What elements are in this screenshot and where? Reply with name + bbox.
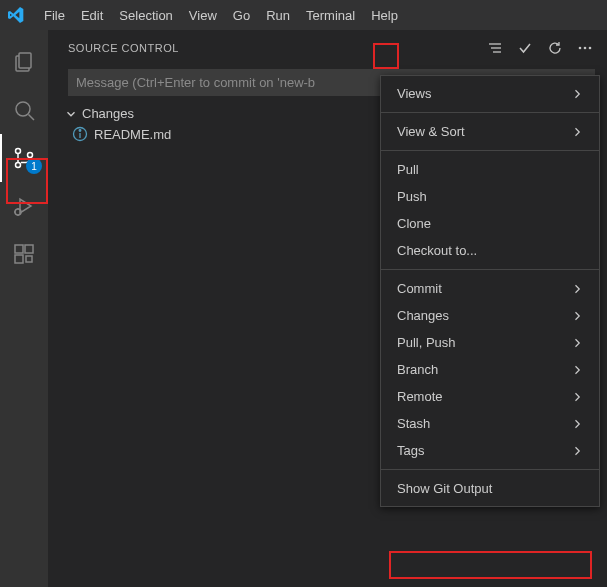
svg-point-19 [79,130,81,132]
ctx-views[interactable]: Views [381,80,599,107]
svg-point-4 [16,163,21,168]
ctx-changes-label: Changes [397,308,449,323]
chevron-right-icon [571,391,583,403]
ctx-views-label: Views [397,86,431,101]
panel-title: SOURCE CONTROL [68,42,179,54]
chevron-right-icon [571,283,583,295]
chevron-down-icon [64,107,78,121]
file-name: README.md [94,127,171,142]
ctx-changes[interactable]: Changes [381,302,599,329]
svg-rect-9 [15,255,23,263]
ctx-push-label: Push [397,189,427,204]
menu-help[interactable]: Help [363,4,406,27]
file-info-icon [72,126,88,142]
ctx-stash[interactable]: Stash [381,410,599,437]
ctx-view-sort-label: View & Sort [397,124,465,139]
svg-point-16 [589,46,592,49]
debug-icon [12,194,36,218]
vscode-logo-icon [8,7,24,23]
menu-edit[interactable]: Edit [73,4,111,27]
menu-terminal[interactable]: Terminal [298,4,363,27]
ctx-clone-label: Clone [397,216,431,231]
menu-selection[interactable]: Selection [111,4,180,27]
ctx-pull-push-label: Pull, Push [397,335,456,350]
svg-rect-10 [26,256,32,262]
activity-source-control[interactable]: 1 [0,134,48,182]
ctx-push[interactable]: Push [381,183,599,210]
ctx-stash-label: Stash [397,416,430,431]
scm-badge: 1 [26,158,42,174]
refresh-icon[interactable] [545,38,565,58]
titlebar: File Edit Selection View Go Run Terminal… [0,0,607,30]
svg-rect-7 [15,245,23,253]
activity-explorer[interactable] [0,38,48,86]
ctx-pull[interactable]: Pull [381,156,599,183]
scm-context-menu: Views View & Sort Pull Push Clone Checko… [380,75,600,507]
view-tree-icon[interactable] [485,38,505,58]
menu-go[interactable]: Go [225,4,258,27]
svg-point-5 [28,153,33,158]
ctx-commit[interactable]: Commit [381,275,599,302]
chevron-right-icon [571,364,583,376]
ctx-checkout[interactable]: Checkout to... [381,237,599,264]
commit-check-icon[interactable] [515,38,535,58]
chevron-right-icon [571,445,583,457]
changes-label: Changes [82,106,134,121]
ctx-remote-label: Remote [397,389,443,404]
svg-line-2 [29,115,35,121]
svg-point-3 [16,149,21,154]
extensions-icon [12,242,36,266]
menu-separator [381,469,599,470]
ctx-show-git-output[interactable]: Show Git Output [381,475,599,502]
activity-bar: 1 [0,30,48,587]
activity-search[interactable] [0,86,48,134]
menu-separator [381,112,599,113]
menu-separator [381,150,599,151]
menu-separator [381,269,599,270]
ctx-view-sort[interactable]: View & Sort [381,118,599,145]
menu-run[interactable]: Run [258,4,298,27]
activity-run-debug[interactable] [0,182,48,230]
more-actions-icon[interactable] [575,38,595,58]
svg-point-15 [584,46,587,49]
ctx-pull-label: Pull [397,162,419,177]
ctx-tags[interactable]: Tags [381,437,599,464]
ctx-checkout-label: Checkout to... [397,243,477,258]
chevron-right-icon [571,126,583,138]
menu-view[interactable]: View [181,4,225,27]
chevron-right-icon [571,310,583,322]
ctx-commit-label: Commit [397,281,442,296]
panel-header: SOURCE CONTROL [48,30,607,65]
chevron-right-icon [571,88,583,100]
ctx-clone[interactable]: Clone [381,210,599,237]
activity-extensions[interactable] [0,230,48,278]
chevron-right-icon [571,418,583,430]
svg-point-14 [579,46,582,49]
svg-point-1 [16,102,30,116]
chevron-right-icon [571,337,583,349]
ctx-branch-label: Branch [397,362,438,377]
ctx-remote[interactable]: Remote [381,383,599,410]
ctx-branch[interactable]: Branch [381,356,599,383]
menu-file[interactable]: File [36,4,73,27]
search-icon [12,98,36,122]
ctx-show-git-output-label: Show Git Output [397,481,492,496]
panel-actions [485,38,595,58]
files-icon [12,50,36,74]
svg-rect-0 [19,53,31,68]
svg-rect-8 [25,245,33,253]
ctx-tags-label: Tags [397,443,424,458]
ctx-pull-push[interactable]: Pull, Push [381,329,599,356]
